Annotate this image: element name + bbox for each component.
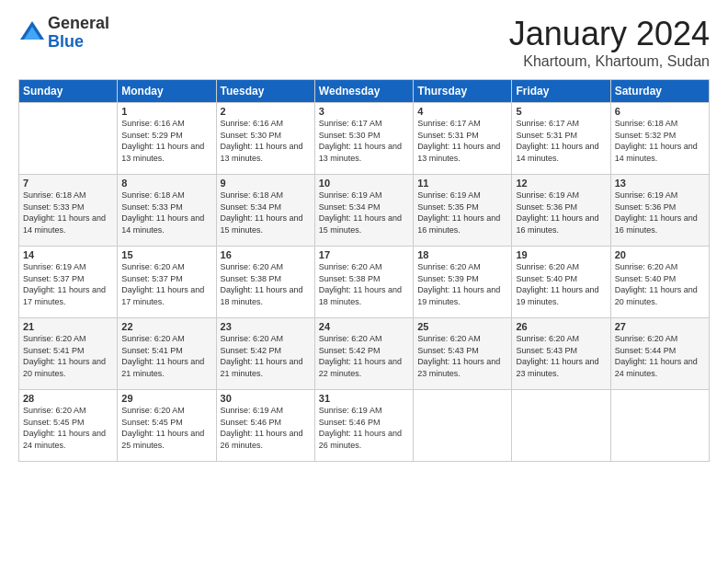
week-row: 7Sunrise: 6:18 AM Sunset: 5:33 PM Daylig… [19, 175, 710, 247]
day-number: 12 [516, 178, 606, 189]
day-number: 15 [121, 249, 211, 260]
day-number: 2 [221, 106, 311, 117]
logo-text: General Blue [48, 15, 109, 52]
day-number: 8 [121, 178, 211, 189]
day-info: Sunrise: 6:20 AM Sunset: 5:43 PM Dayligh… [417, 333, 507, 379]
day-cell: 2Sunrise: 6:16 AM Sunset: 5:30 PM Daylig… [216, 103, 314, 175]
day-cell: 7Sunrise: 6:18 AM Sunset: 5:33 PM Daylig… [19, 175, 118, 247]
day-cell: 18Sunrise: 6:20 AM Sunset: 5:39 PM Dayli… [414, 247, 512, 318]
day-cell: 15Sunrise: 6:20 AM Sunset: 5:37 PM Dayli… [118, 247, 216, 318]
day-info: Sunrise: 6:20 AM Sunset: 5:40 PM Dayligh… [516, 261, 606, 307]
header-row: SundayMondayTuesdayWednesdayThursdayFrid… [19, 80, 710, 103]
day-cell: 19Sunrise: 6:20 AM Sunset: 5:40 PM Dayli… [512, 247, 610, 318]
day-number: 25 [417, 321, 507, 332]
day-number: 4 [417, 106, 507, 117]
day-cell: 16Sunrise: 6:20 AM Sunset: 5:38 PM Dayli… [216, 247, 314, 318]
day-number: 5 [516, 106, 606, 117]
calendar-container: General Blue January 2024 Khartoum, Khar… [0, 0, 728, 563]
day-info: Sunrise: 6:18 AM Sunset: 5:34 PM Dayligh… [221, 190, 311, 236]
column-header-thursday: Thursday [414, 80, 512, 103]
day-cell: 12Sunrise: 6:19 AM Sunset: 5:36 PM Dayli… [512, 175, 610, 247]
day-info: Sunrise: 6:17 AM Sunset: 5:30 PM Dayligh… [319, 118, 409, 164]
logo-icon [18, 19, 46, 47]
column-header-wednesday: Wednesday [314, 80, 413, 103]
day-cell: 29Sunrise: 6:20 AM Sunset: 5:45 PM Dayli… [118, 390, 216, 462]
day-info: Sunrise: 6:19 AM Sunset: 5:34 PM Dayligh… [319, 190, 409, 236]
day-number: 19 [516, 249, 606, 260]
week-row: 14Sunrise: 6:19 AM Sunset: 5:37 PM Dayli… [19, 247, 710, 318]
day-cell [512, 390, 610, 462]
day-cell: 23Sunrise: 6:20 AM Sunset: 5:42 PM Dayli… [216, 318, 314, 390]
day-number: 10 [319, 178, 409, 189]
day-cell: 21Sunrise: 6:20 AM Sunset: 5:41 PM Dayli… [19, 318, 118, 390]
day-cell: 28Sunrise: 6:20 AM Sunset: 5:45 PM Dayli… [19, 390, 118, 462]
day-cell: 8Sunrise: 6:18 AM Sunset: 5:33 PM Daylig… [118, 175, 216, 247]
day-info: Sunrise: 6:17 AM Sunset: 5:31 PM Dayligh… [516, 118, 606, 164]
day-cell: 14Sunrise: 6:19 AM Sunset: 5:37 PM Dayli… [19, 247, 118, 318]
logo: General Blue [18, 15, 109, 52]
column-header-saturday: Saturday [610, 80, 709, 103]
day-cell: 10Sunrise: 6:19 AM Sunset: 5:34 PM Dayli… [314, 175, 413, 247]
column-header-friday: Friday [512, 80, 610, 103]
day-info: Sunrise: 6:20 AM Sunset: 5:38 PM Dayligh… [319, 261, 409, 307]
week-row: 28Sunrise: 6:20 AM Sunset: 5:45 PM Dayli… [19, 390, 710, 462]
day-info: Sunrise: 6:20 AM Sunset: 5:45 PM Dayligh… [23, 405, 113, 451]
day-info: Sunrise: 6:20 AM Sunset: 5:37 PM Dayligh… [121, 261, 211, 307]
day-cell: 3Sunrise: 6:17 AM Sunset: 5:30 PM Daylig… [314, 103, 413, 175]
day-info: Sunrise: 6:20 AM Sunset: 5:42 PM Dayligh… [319, 333, 409, 379]
column-header-sunday: Sunday [19, 80, 118, 103]
day-info: Sunrise: 6:19 AM Sunset: 5:46 PM Dayligh… [319, 405, 409, 451]
logo-general: General [48, 15, 109, 33]
day-info: Sunrise: 6:19 AM Sunset: 5:36 PM Dayligh… [615, 190, 705, 236]
day-number: 21 [23, 321, 113, 332]
day-info: Sunrise: 6:20 AM Sunset: 5:41 PM Dayligh… [23, 333, 113, 379]
day-number: 31 [319, 393, 409, 404]
day-number: 26 [516, 321, 606, 332]
day-info: Sunrise: 6:18 AM Sunset: 5:33 PM Dayligh… [23, 190, 113, 236]
day-cell [610, 390, 709, 462]
day-cell: 25Sunrise: 6:20 AM Sunset: 5:43 PM Dayli… [414, 318, 512, 390]
day-info: Sunrise: 6:20 AM Sunset: 5:39 PM Dayligh… [417, 261, 507, 307]
day-cell: 6Sunrise: 6:18 AM Sunset: 5:32 PM Daylig… [610, 103, 709, 175]
day-number: 30 [221, 393, 311, 404]
day-info: Sunrise: 6:20 AM Sunset: 5:41 PM Dayligh… [121, 333, 211, 379]
day-info: Sunrise: 6:20 AM Sunset: 5:44 PM Dayligh… [615, 333, 705, 379]
day-number: 13 [615, 178, 705, 189]
day-info: Sunrise: 6:20 AM Sunset: 5:43 PM Dayligh… [516, 333, 606, 379]
day-number: 27 [615, 321, 705, 332]
day-info: Sunrise: 6:20 AM Sunset: 5:40 PM Dayligh… [615, 261, 705, 307]
day-number: 11 [417, 178, 507, 189]
day-info: Sunrise: 6:18 AM Sunset: 5:33 PM Dayligh… [121, 190, 211, 236]
day-cell: 13Sunrise: 6:19 AM Sunset: 5:36 PM Dayli… [610, 175, 709, 247]
day-number: 16 [221, 249, 311, 260]
day-number: 24 [319, 321, 409, 332]
day-cell: 26Sunrise: 6:20 AM Sunset: 5:43 PM Dayli… [512, 318, 610, 390]
day-number: 23 [221, 321, 311, 332]
day-info: Sunrise: 6:17 AM Sunset: 5:31 PM Dayligh… [417, 118, 507, 164]
month-title: January 2024 [509, 15, 710, 53]
day-number: 3 [319, 106, 409, 117]
day-number: 9 [221, 178, 311, 189]
day-cell: 24Sunrise: 6:20 AM Sunset: 5:42 PM Dayli… [314, 318, 413, 390]
column-header-tuesday: Tuesday [216, 80, 314, 103]
day-cell: 27Sunrise: 6:20 AM Sunset: 5:44 PM Dayli… [610, 318, 709, 390]
calendar-table: SundayMondayTuesdayWednesdayThursdayFrid… [18, 79, 710, 462]
day-cell: 11Sunrise: 6:19 AM Sunset: 5:35 PM Dayli… [414, 175, 512, 247]
day-info: Sunrise: 6:16 AM Sunset: 5:30 PM Dayligh… [221, 118, 311, 164]
day-info: Sunrise: 6:16 AM Sunset: 5:29 PM Dayligh… [121, 118, 211, 164]
day-info: Sunrise: 6:19 AM Sunset: 5:37 PM Dayligh… [23, 261, 113, 307]
day-cell [414, 390, 512, 462]
day-number: 18 [417, 249, 507, 260]
day-number: 14 [23, 249, 113, 260]
day-info: Sunrise: 6:18 AM Sunset: 5:32 PM Dayligh… [615, 118, 705, 164]
day-info: Sunrise: 6:20 AM Sunset: 5:45 PM Dayligh… [121, 405, 211, 451]
day-cell: 31Sunrise: 6:19 AM Sunset: 5:46 PM Dayli… [314, 390, 413, 462]
day-number: 22 [121, 321, 211, 332]
day-cell: 20Sunrise: 6:20 AM Sunset: 5:40 PM Dayli… [610, 247, 709, 318]
day-cell: 17Sunrise: 6:20 AM Sunset: 5:38 PM Dayli… [314, 247, 413, 318]
logo-blue: Blue [48, 33, 109, 52]
location: Khartoum, Khartoum, Sudan [509, 53, 710, 70]
week-row: 1Sunrise: 6:16 AM Sunset: 5:29 PM Daylig… [19, 103, 710, 175]
day-cell: 30Sunrise: 6:19 AM Sunset: 5:46 PM Dayli… [216, 390, 314, 462]
day-number: 17 [319, 249, 409, 260]
